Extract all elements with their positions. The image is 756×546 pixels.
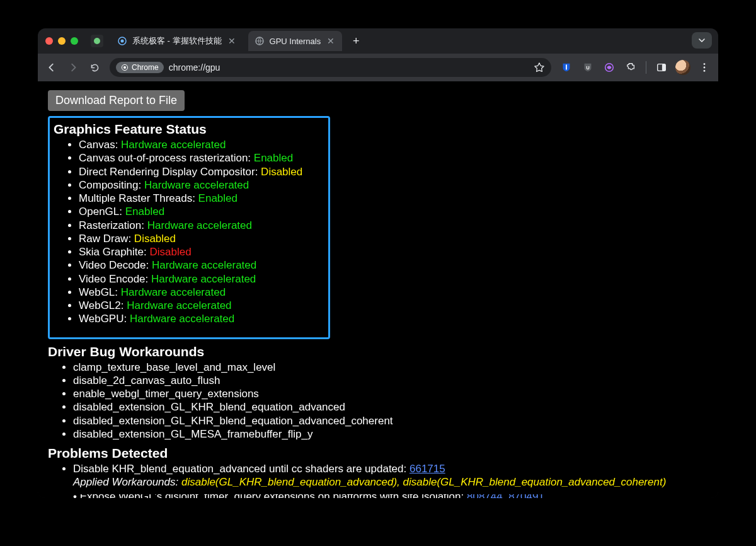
feature-label: Compositing: — [79, 179, 144, 191]
tab-favicon — [255, 36, 265, 46]
graphics-feature-list: Canvas: Hardware acceleratedCanvas out-o… — [54, 138, 322, 326]
browser-window: 系统极客 - 掌握软件技能 ✕ GPU Internals ✕ + — [38, 28, 718, 498]
feature-value: Hardware accelerated — [152, 259, 256, 271]
url-text: chrome://gpu — [169, 62, 220, 73]
workaround-item: clamp_texture_base_level_and_max_level — [73, 361, 708, 374]
site-chip[interactable]: Chrome — [116, 62, 164, 73]
workaround-item: disabled_extension_GL_KHR_blend_equation… — [73, 414, 708, 427]
feature-label: Canvas: — [79, 139, 121, 151]
graphics-feature-item: Video Decode: Hardware accelerated — [79, 258, 322, 272]
maximize-window-button[interactable] — [71, 37, 78, 45]
feature-value: Enabled — [125, 206, 164, 218]
close-tab-icon[interactable]: ✕ — [227, 36, 237, 46]
graphics-feature-item: Canvas: Hardware accelerated — [79, 138, 322, 151]
graphics-feature-item: OpenGL: Enabled — [79, 205, 322, 218]
feature-label: WebGL2: — [79, 299, 127, 311]
graphics-feature-item: Video Encode: Hardware accelerated — [79, 272, 322, 286]
feature-label: WebGPU: — [79, 313, 130, 325]
feature-label: Video Decode: — [79, 259, 152, 271]
feature-value: Disabled — [149, 246, 191, 258]
svg-point-10 — [704, 67, 706, 69]
feature-value: Hardware accelerated — [151, 273, 256, 285]
extensions-menu-icon[interactable] — [621, 57, 641, 78]
feature-value: Hardware accelerated — [121, 139, 226, 151]
minimize-window-button[interactable] — [58, 37, 66, 45]
feature-label: OpenGL: — [79, 206, 125, 218]
tab-title: 系统极客 - 掌握软件技能 — [132, 35, 222, 47]
svg-point-4 — [123, 66, 126, 69]
graphics-feature-item: Multiple Raster Threads: Enabled — [79, 192, 322, 205]
extension-ublock-icon[interactable]: U — [578, 57, 598, 78]
toolbar: Chrome chrome://gpu U — [38, 54, 718, 81]
side-panel-icon[interactable] — [651, 57, 672, 78]
forward-button[interactable] — [63, 57, 83, 78]
feature-value: Hardware accelerated — [127, 299, 231, 311]
feature-label: Direct Rendering Display Compositor: — [79, 166, 261, 178]
graphics-feature-status-heading: Graphics Feature Status — [54, 122, 322, 137]
feature-value: Hardware accelerated — [147, 219, 252, 231]
workaround-item: disabled_extension_GL_MESA_framebuffer_f… — [73, 427, 708, 441]
site-chip-label: Chrome — [132, 63, 159, 72]
driver-bug-workarounds-section: Driver Bug Workarounds clamp_texture_bas… — [48, 344, 708, 441]
svg-point-1 — [121, 40, 124, 43]
feature-label: Multiple Raster Threads: — [79, 192, 198, 204]
feature-value: Enabled — [254, 152, 293, 164]
cutoff-line: • Expose WebGL's disjoint_timer_query ex… — [73, 494, 708, 499]
feature-label: Raw Draw: — [79, 233, 134, 245]
tab-active[interactable]: GPU Internals ✕ — [248, 31, 343, 51]
applied-workarounds-label: Applied Workarounds: — [73, 476, 181, 488]
feature-value: Hardware accelerated — [121, 286, 226, 298]
graphics-feature-item: WebGL2: Hardware accelerated — [79, 299, 322, 312]
workaround-item: disable_2d_canvas_auto_flush — [73, 374, 708, 387]
feature-label: Skia Graphite: — [79, 246, 149, 258]
graphics-feature-item: Compositing: Hardware accelerated — [79, 178, 322, 192]
feature-value: Disabled — [134, 233, 176, 245]
cutoff-links[interactable]: 808744, 870491 — [467, 494, 544, 499]
svg-text:U: U — [586, 65, 589, 71]
problem-text: Disable KHR_blend_equation_advanced unti… — [73, 463, 410, 475]
bookmark-icon[interactable] — [534, 62, 545, 73]
extension-swirl-icon[interactable] — [599, 57, 619, 78]
driver-bug-workarounds-list: clamp_texture_base_level_and_max_leveldi… — [48, 361, 708, 441]
new-tab-button[interactable]: + — [347, 32, 365, 50]
workaround-item: enable_webgl_timer_query_extensions — [73, 387, 708, 400]
profile-avatar[interactable] — [673, 57, 693, 78]
feature-value: Hardware accelerated — [130, 313, 234, 325]
svg-point-9 — [704, 63, 706, 65]
graphics-feature-item: Rasterization: Hardware accelerated — [79, 219, 322, 232]
tab-strip: 系统极客 - 掌握软件技能 ✕ GPU Internals ✕ + — [38, 28, 718, 54]
problem-item: Disable KHR_blend_equation_advanced unti… — [73, 462, 708, 489]
problems-detected-section: Problems Detected Disable KHR_blend_equa… — [48, 446, 708, 489]
problems-detected-heading: Problems Detected — [48, 446, 708, 461]
driver-bug-workarounds-heading: Driver Bug Workarounds — [48, 344, 708, 359]
back-button[interactable] — [42, 57, 62, 78]
extensions-area: U — [556, 57, 714, 78]
graphics-feature-item: Raw Draw: Disabled — [79, 232, 322, 245]
graphics-feature-status-box: Graphics Feature Status Canvas: Hardware… — [48, 116, 330, 339]
feature-label: Rasterization: — [79, 219, 147, 231]
app-menu-icon[interactable] — [694, 57, 714, 78]
graphics-feature-item: Canvas out-of-process rasterization: Ena… — [79, 151, 322, 165]
feature-value: Hardware accelerated — [144, 179, 249, 191]
close-tab-icon[interactable]: ✕ — [326, 36, 336, 46]
graphics-feature-item: Direct Rendering Display Compositor: Dis… — [79, 165, 322, 178]
reload-button[interactable] — [84, 57, 105, 78]
tab-inactive[interactable]: 系统极客 - 掌握软件技能 ✕ — [111, 31, 243, 51]
feature-label: WebGL: — [79, 286, 121, 298]
close-window-button[interactable] — [45, 37, 53, 45]
address-bar[interactable]: Chrome chrome://gpu — [110, 58, 551, 77]
download-report-button[interactable]: Download Report to File — [48, 90, 185, 111]
workaround-item: disabled_extension_GL_KHR_blend_equation… — [73, 400, 708, 414]
extension-bitwarden-icon[interactable] — [556, 57, 576, 78]
feature-label: Video Encode: — [79, 273, 151, 285]
graphics-feature-item: WebGPU: Hardware accelerated — [79, 312, 322, 325]
tab-favicon — [117, 36, 127, 46]
window-controls — [45, 37, 78, 45]
cutoff-text: Expose WebGL's disjoint_timer_query exte… — [80, 494, 467, 499]
svg-point-11 — [704, 70, 706, 72]
toolbar-separator — [646, 61, 646, 74]
tab-title: GPU Internals — [270, 37, 321, 46]
window-dropdown-button[interactable] — [692, 32, 712, 49]
problem-link[interactable]: 661715 — [410, 463, 445, 475]
feature-label: Canvas out-of-process rasterization: — [79, 152, 254, 164]
